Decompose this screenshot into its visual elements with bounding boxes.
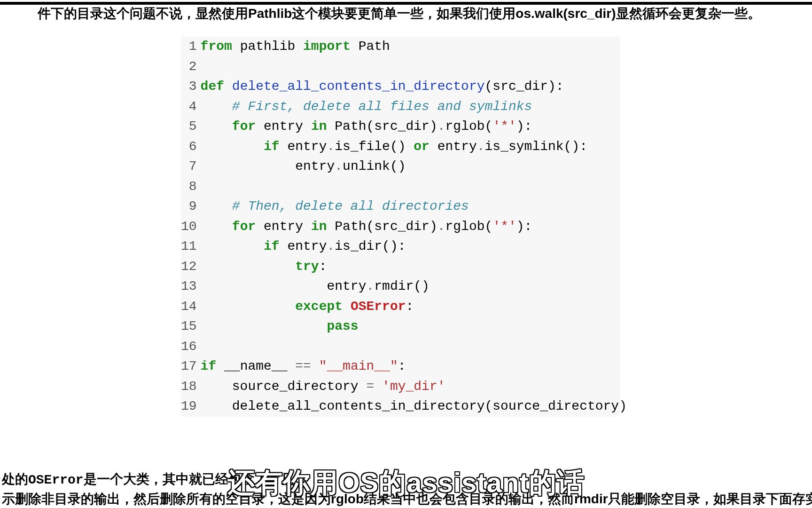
line-number: 2 [181, 57, 197, 77]
code-line: if entry.is_file() or entry.is_symlink()… [201, 137, 627, 157]
code-line: def delete_all_contents_in_directory(src… [201, 77, 627, 97]
line-number: 17 [181, 357, 197, 377]
inline-code: OSError [28, 473, 84, 487]
line-number: 5 [181, 117, 197, 137]
line-number: 14 [181, 297, 197, 317]
line-number: 15 [181, 317, 197, 337]
line-number: 9 [181, 197, 197, 217]
line-number: 18 [181, 377, 197, 397]
code-line: if __name__ == "__main__": [201, 357, 627, 377]
code-line: entry.rmdir() [201, 277, 627, 297]
line-number: 19 [181, 397, 197, 417]
code-gutter: 12345678910111213141516171819 [181, 37, 201, 417]
line-number: 7 [181, 157, 197, 177]
line-number: 6 [181, 137, 197, 157]
code-line: except OSError: [201, 297, 627, 317]
code-line: for entry in Path(src_dir).rglob('*'): [201, 217, 627, 237]
code-line: from pathlib import Path [201, 37, 627, 57]
line-number: 10 [181, 217, 197, 237]
code-block: 12345678910111213141516171819 from pathl… [181, 37, 620, 417]
line-number: 13 [181, 277, 197, 297]
code-line: try: [201, 257, 627, 277]
line-number: 11 [181, 237, 197, 257]
code-line: source_directory = 'my_dir' [201, 377, 627, 397]
line-number: 8 [181, 177, 197, 197]
line-number: 4 [181, 97, 197, 117]
text-fragment: 处的 [2, 472, 28, 486]
code-line: entry.unlink() [201, 157, 627, 177]
code-line [201, 177, 627, 197]
line-number: 16 [181, 337, 197, 357]
line-number: 1 [181, 37, 197, 57]
code-line: # Then, delete all directories [201, 197, 627, 217]
line-number: 3 [181, 77, 197, 97]
code-line: # First, delete all files and symlinks [201, 97, 627, 117]
article-text-top: 件下的目录这个问题不说，显然使用Pathlib这个模块要更简单一些，如果我们使用… [0, 2, 812, 23]
code-line [201, 337, 627, 357]
code-line: delete_all_contents_in_directory(source_… [201, 397, 627, 417]
code-content: from pathlib import Path def delete_all_… [201, 37, 627, 417]
line-number: 12 [181, 257, 197, 277]
code-line: pass [201, 317, 627, 337]
code-line: for entry in Path(src_dir).rglob('*'): [201, 117, 627, 137]
code-line [201, 57, 627, 77]
video-caption: 还有你用OS的assistant的话 [227, 465, 584, 501]
code-line: if entry.is_dir(): [201, 237, 627, 257]
